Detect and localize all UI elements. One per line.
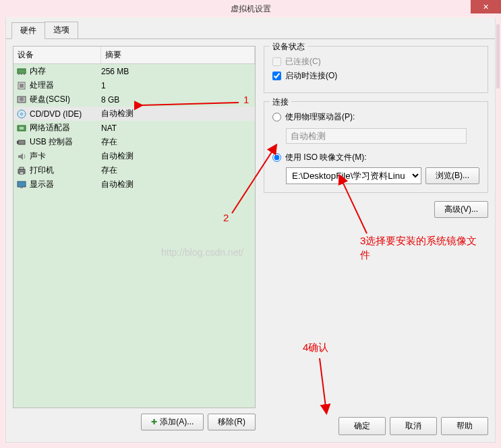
memory-icon [16,67,27,76]
svg-rect-3 [24,74,25,75]
device-summary: 自动检测 [101,150,252,162]
printer-icon [16,166,27,175]
device-name: 声卡 [30,150,46,162]
physical-radio[interactable] [272,113,281,121]
device-name: 网络适配器 [30,122,70,134]
device-name: 硬盘(SCSI) [30,94,70,105]
device-list: 设备 摘要 内存256 MB处理器1硬盘(SCSI)8 GBCD/DVD (ID… [13,46,256,408]
device-name: 显示器 [30,179,54,190]
sound-icon [16,152,27,161]
device-name: 处理器 [30,80,54,91]
cd-icon [16,109,27,119]
device-row-display[interactable]: 显示器自动检测 [13,177,255,192]
nic-icon [16,123,27,133]
tab-options[interactable]: 选项 [45,22,78,38]
svg-rect-16 [20,172,24,174]
help-button[interactable]: 帮助 [441,417,488,435]
svg-rect-5 [20,84,24,88]
device-name: USB 控制器 [30,136,73,148]
close-button[interactable]: ✕ [471,0,501,13]
header-device: 设备 [13,47,101,63]
svg-rect-18 [20,187,23,188]
device-summary: 存在 [101,136,252,148]
list-header: 设备 摘要 [13,47,255,64]
device-summary: 256 MB [101,67,252,76]
ok-button[interactable]: 确定 [338,417,386,435]
device-row-cd[interactable]: CD/DVD (IDE)自动检测 [13,107,255,121]
device-summary: 8 GB [101,95,252,105]
device-summary: 自动检测 [101,179,252,190]
device-status-group: 设备状态 已连接(C) 启动时连接(O) [264,46,488,93]
usb-icon [16,138,27,147]
device-row-printer[interactable]: 打印机存在 [13,163,255,177]
device-row-usb[interactable]: USB 控制器存在 [13,135,255,149]
svg-rect-13 [17,141,18,144]
tab-hardware[interactable]: 硬件 [11,22,45,39]
browse-button[interactable]: 浏览(B)... [425,167,479,184]
svg-rect-15 [20,167,24,169]
connection-legend: 连接 [270,96,291,108]
svg-rect-0 [18,69,26,74]
decorative-strip [496,24,500,88]
svg-rect-2 [21,74,22,75]
advanced-button[interactable]: 高级(V)... [434,201,488,218]
device-row-disk[interactable]: 硬盘(SCSI)8 GB [13,92,255,107]
cancel-button[interactable]: 取消 [390,417,437,435]
device-summary: 1 [101,81,252,90]
svg-rect-11 [20,127,24,130]
connection-group: 连接 使用物理驱动器(P): 使用 ISO 映像文件(M): E:\Deskto… [264,101,488,193]
device-summary: 存在 [101,165,252,176]
device-summary: NAT [101,123,252,133]
cpu-icon [16,81,27,90]
device-row-nic[interactable]: 网络适配器NAT [13,121,255,135]
physical-drive-select [286,128,467,144]
device-summary: 自动检测 [101,108,252,119]
connect-poweron-checkbox[interactable] [272,72,281,80]
device-name: CD/DVD (IDE) [30,109,82,119]
device-row-sound[interactable]: 声卡自动检测 [13,149,255,163]
disk-icon [16,95,27,105]
physical-label: 使用物理驱动器(P): [285,111,355,123]
svg-point-9 [21,113,23,115]
device-name: 打印机 [30,165,54,176]
connect-poweron-label: 启动时连接(O) [285,70,337,82]
header-summary: 摘要 [101,47,255,63]
status-legend: 设备状态 [270,41,307,53]
remove-button[interactable]: 移除(R) [208,414,256,430]
display-icon [16,180,27,190]
iso-label: 使用 ISO 映像文件(M): [285,152,367,163]
device-row-cpu[interactable]: 处理器1 [13,78,255,92]
tab-bar: 硬件 选项 [6,18,495,39]
iso-path-select[interactable]: E:\DesktopFile\学习资料Linu [286,167,421,184]
add-button[interactable]: 添加(A)... [141,414,204,430]
device-name: 内存 [30,65,46,77]
connected-label: 已连接(C) [285,56,321,67]
window-title: 虚拟机设置 [231,4,271,13]
svg-point-7 [20,97,24,101]
device-row-memory[interactable]: 内存256 MB [13,64,255,78]
iso-radio[interactable] [272,153,281,162]
connected-checkbox [272,57,281,66]
svg-rect-17 [18,181,26,187]
svg-rect-1 [18,74,20,75]
svg-rect-12 [18,140,25,144]
